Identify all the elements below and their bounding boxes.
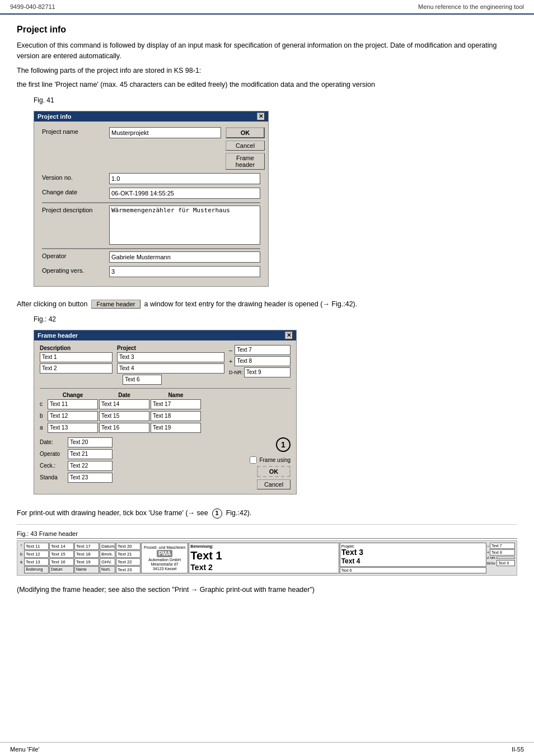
- proj-label-operator: Operator: [42, 251, 109, 259]
- frame-text1-input[interactable]: [40, 352, 113, 362]
- proj-row-version: Version no.: [42, 173, 260, 184]
- body-para1: Execution of this command is followed by…: [17, 40, 517, 62]
- proj-frame-button[interactable]: Frame header: [226, 153, 265, 170]
- row-c-label: c: [40, 401, 48, 407]
- proj-input-name[interactable]: [109, 127, 221, 138]
- frame-text17-input[interactable]: [151, 399, 201, 409]
- operator-label: Operato: [40, 451, 68, 457]
- proj-input-changedate[interactable]: [109, 188, 260, 199]
- fig42-label: Fig.: 42: [34, 315, 517, 323]
- page-content: Project info Execution of this command i…: [0, 15, 534, 610]
- grid-row-c: c: [40, 399, 291, 409]
- fig43-wrapper: Fig.: 43 Frame header ° Text 11 Text 14 …: [17, 530, 517, 576]
- footer-left: Menu 'File': [10, 746, 40, 753]
- frame-text21-input[interactable]: [68, 449, 113, 459]
- frame-cancel-button[interactable]: Cancel: [257, 479, 291, 489]
- col-name-label: Name: [151, 392, 201, 398]
- proj-row-opvers: Operating vers.: [42, 266, 260, 277]
- desc-col-label: Description: [40, 345, 113, 351]
- frame-right-col: – + D-NR:: [229, 345, 291, 377]
- frame-text19-input[interactable]: [151, 423, 201, 433]
- frame-text15-input[interactable]: [99, 411, 149, 421]
- col-change-label: Change: [48, 392, 98, 398]
- page-header: 9499-040-82711 Menu reference to the eng…: [0, 0, 534, 15]
- frame-grid: Change Date Name c b: [40, 388, 291, 433]
- for-printout-text: For print-out with drawing header, tick …: [17, 508, 517, 519]
- proj-cancel-button[interactable]: Cancel: [226, 141, 265, 151]
- ceck-row: Ceck.:: [40, 461, 212, 471]
- frame-dialog-body: Description Project –: [34, 340, 296, 494]
- fig43-label: Fig.: 43 Frame header: [17, 530, 517, 539]
- dialog-title-frame: Frame header: [38, 332, 78, 339]
- frame-text16-input[interactable]: [99, 423, 149, 433]
- dialog-titlebar-proj: Project info ✕: [34, 111, 268, 122]
- frame-text7-input[interactable]: [235, 345, 291, 355]
- footer-right: II-55: [512, 746, 524, 753]
- for-printout-prefix: For print-out with drawing header, tick …: [17, 509, 208, 517]
- for-printout-suffix: Fig.:42).: [226, 509, 252, 517]
- frame-desc-col: Description: [40, 345, 113, 374]
- proj-textarea-desc[interactable]: Wärmemengenzähler für Musterhaus: [109, 206, 260, 245]
- frame-text14-input[interactable]: [99, 399, 149, 409]
- frame-using-checkbox[interactable]: [250, 456, 257, 464]
- after-fig41-text: After clicking on button Frame header a …: [17, 299, 517, 310]
- frame-text3-input[interactable]: [117, 352, 224, 362]
- proj-row-operator: Operator: [42, 251, 260, 263]
- close-icon-frame[interactable]: ✕: [285, 332, 293, 339]
- frame-text6-input[interactable]: [123, 375, 162, 385]
- frame-text18-input[interactable]: [151, 411, 201, 421]
- frame-using-label: Frame using: [259, 457, 291, 463]
- frame-text2-input[interactable]: [40, 363, 113, 374]
- close-icon[interactable]: ✕: [257, 113, 265, 120]
- minus-label: –: [229, 347, 232, 353]
- row-a-label: a: [40, 424, 48, 431]
- proj-label-version: Version no.: [42, 173, 109, 181]
- plus-label: +: [229, 358, 232, 365]
- proj-ok-button[interactable]: OK: [226, 127, 265, 138]
- after-fig41-suffix: a window for text entry for the drawing …: [144, 300, 357, 308]
- operator-row: Operato: [40, 449, 212, 459]
- project-info-dialog: Project info ✕ Project name OK Cancel Fr…: [34, 111, 269, 287]
- proj-label-changedate: Change date: [42, 188, 109, 195]
- frame-text22-input[interactable]: [68, 461, 113, 471]
- frame-project-col: Project: [117, 345, 224, 385]
- ceck-label: Ceck.:: [40, 463, 68, 469]
- frame-text13-input[interactable]: [48, 423, 98, 433]
- frame-text23-input[interactable]: [68, 473, 113, 483]
- frame-bottom-left: Date: Operato Ceck.: Standa: [40, 437, 212, 489]
- frame-ok-button[interactable]: OK: [257, 466, 291, 477]
- proj-input-version[interactable]: [109, 173, 260, 184]
- dialog-title-proj: Project info: [38, 113, 72, 120]
- header-right: Menu reference to the engineering tool: [418, 3, 524, 10]
- frame-top-row: Description Project –: [40, 345, 291, 385]
- frame-text4-input[interactable]: [117, 363, 224, 374]
- frame-bottom: Date: Operato Ceck.: Standa: [40, 437, 291, 489]
- proj-input-opvers[interactable]: [109, 266, 260, 277]
- proj-row-changedate: Change date: [42, 188, 260, 199]
- proj-row-name: Project name OK Cancel Frame header: [42, 127, 260, 170]
- frame-header-inline-button[interactable]: Frame header: [91, 300, 140, 309]
- proj-label-opvers: Operating vers.: [42, 266, 109, 274]
- proj-buttons: OK Cancel Frame header: [226, 127, 265, 170]
- frame-bottom-right: 1 Frame using OK Cancel: [218, 437, 291, 489]
- frame-text11-input[interactable]: [48, 399, 98, 409]
- after-fig41-prefix: After clicking on button: [17, 300, 87, 308]
- header-left: 9499-040-82711: [10, 3, 55, 10]
- grid-row-a: a: [40, 423, 291, 433]
- modifying-text: (Modifying the frame header; see also th…: [17, 585, 517, 595]
- col-date-label: Date: [99, 392, 149, 398]
- grid-row-b: b: [40, 411, 291, 421]
- frame-text20-input[interactable]: [68, 437, 113, 447]
- proj-input-operator[interactable]: [109, 251, 260, 263]
- grid-header-row: Change Date Name: [40, 392, 291, 398]
- frame-text8-input[interactable]: [235, 356, 291, 366]
- proj-row-desc: Project description Wärmemengenzähler fü…: [42, 206, 260, 245]
- row-b-label: b: [40, 413, 48, 419]
- proj-label-desc: Project description: [42, 206, 109, 213]
- proj-label-name: Project name: [42, 127, 109, 135]
- stand-label: Standa: [40, 474, 68, 480]
- frame-text9-input[interactable]: [244, 367, 291, 377]
- body-para3: the first line 'Project name' (max. 45 c…: [17, 80, 517, 90]
- frame-text12-input[interactable]: [48, 411, 98, 421]
- proj-dialog-body: Project name OK Cancel Frame header Vers…: [34, 122, 268, 286]
